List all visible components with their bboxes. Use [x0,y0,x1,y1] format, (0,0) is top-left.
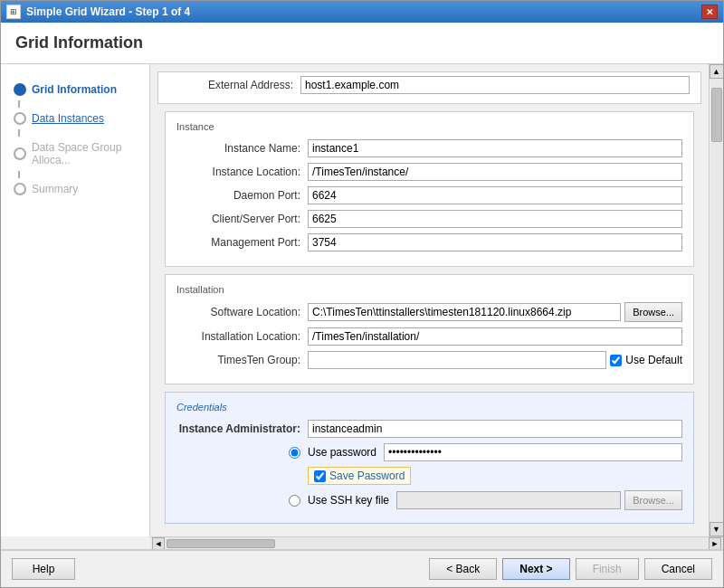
close-button[interactable]: ✕ [701,5,718,19]
installation-section-wrapper: Installation Software Location: Browse..… [157,274,701,384]
sidebar-dot-space [14,147,26,160]
instance-admin-row: Instance Administrator: [176,420,682,438]
software-location-row: Software Location: Browse... [176,302,682,322]
sidebar-item-data-instances[interactable]: Data Instances [6,108,144,129]
cs-port-input[interactable] [308,210,682,228]
main-content-wrapper: External Address: Instance Instance Name… [150,64,723,536]
footer-left: Help [12,558,75,580]
save-password-label: Save Password [329,469,405,482]
sidebar-dot-summary [14,183,26,195]
daemon-port-input[interactable] [308,186,682,204]
window-title: Simple Grid Wizard - Step 1 of 4 [26,5,190,18]
sidebar-label-instances: Data Instances [32,112,104,125]
partial-form: External Address: [157,71,701,104]
external-address-input[interactable] [300,76,690,94]
scroll-right-arrow[interactable]: ► [709,537,721,550]
scroll-track[interactable] [710,79,723,522]
mgmt-port-label: Management Port: [176,236,308,249]
page-title: Grid Information [15,33,709,52]
use-default-checkbox[interactable] [610,355,622,366]
sidebar-dot-instances [14,112,26,125]
software-location-label: Software Location: [176,306,308,318]
use-password-radio-wrapper [176,447,308,459]
mgmt-port-row: Management Port: [176,233,682,251]
scroll-down-arrow[interactable]: ▼ [710,522,724,536]
scroll-up-arrow[interactable]: ▲ [710,64,724,79]
instance-name-label: Instance Name: [176,142,308,155]
software-browse-button[interactable]: Browse... [624,302,682,322]
external-address-row: External Address: [169,76,690,94]
help-button[interactable]: Help [12,558,75,580]
sidebar-label-grid: Grid Information [32,83,117,96]
use-ssh-label: Use SSH key file [308,494,389,507]
instance-name-input[interactable] [308,139,682,157]
footer: Help < Back Next > Finish Cancel [1,549,723,587]
content-area: Grid Information Data Instances Data Spa… [1,64,723,536]
instance-name-row: Instance Name: [176,139,682,157]
timesten-group-input[interactable] [308,351,606,369]
hscroll-thumb[interactable] [167,539,275,548]
instance-location-row: Instance Location: [176,163,682,181]
scroll-area[interactable]: External Address: Instance Instance Name… [150,64,709,536]
credentials-section-wrapper: Credentials Instance Administrator: Use … [157,392,701,524]
external-address-label: External Address: [169,79,300,91]
ssh-key-input[interactable] [396,491,621,509]
main-window: ⊞ Simple Grid Wizard - Step 1 of 4 ✕ Gri… [0,0,724,588]
sidebar: Grid Information Data Instances Data Spa… [1,64,150,536]
instance-admin-input[interactable] [308,420,682,438]
daemon-port-row: Daemon Port: [176,186,682,204]
use-default-label: Use Default [625,354,682,366]
mgmt-port-input[interactable] [308,233,682,251]
instance-admin-label: Instance Administrator: [176,422,308,435]
cancel-button[interactable]: Cancel [644,558,712,580]
software-location-input[interactable] [308,303,621,321]
scroll-thumb[interactable] [711,88,722,142]
timesten-group-row: TimesTen Group: Use Default [176,351,682,369]
save-password-wrap: Save Password [308,467,411,485]
use-ssh-radio[interactable] [289,495,300,507]
sidebar-label-space: Data Space Group Alloca... [32,141,137,166]
instance-location-input[interactable] [308,163,682,181]
sidebar-dot-grid [14,83,26,96]
use-ssh-row: Use SSH key file Browse... [176,490,682,510]
sidebar-item-grid-information[interactable]: Grid Information [6,79,144,100]
ssh-browse-button[interactable]: Browse... [624,490,682,510]
instance-location-label: Instance Location: [176,166,308,178]
footer-right: < Back Next > Finish Cancel [429,558,712,580]
top-partial: External Address: [150,64,709,104]
installation-section: Installation Software Location: Browse..… [165,274,694,384]
vertical-scrollbar[interactable]: ▲ ▼ [709,64,723,536]
sidebar-item-summary: Summary [6,178,144,200]
password-input[interactable] [384,443,682,461]
app-icon: ⊞ [6,5,21,19]
use-password-label: Use password [308,446,376,459]
instance-section-title: Instance [176,121,682,132]
back-button[interactable]: < Back [429,558,497,580]
finish-button[interactable]: Finish [576,558,639,580]
sidebar-label-summary: Summary [32,183,78,195]
save-password-wrapper: Save Password [308,467,682,485]
installation-location-label: Installation Location: [176,330,308,343]
cs-port-row: Client/Server Port: [176,210,682,228]
title-bar: ⊞ Simple Grid Wizard - Step 1 of 4 ✕ [1,1,723,23]
sidebar-item-data-space: Data Space Group Alloca... [6,137,144,171]
installation-section-title: Installation [176,284,682,295]
use-password-row: Use password [176,443,682,461]
timesten-group-label: TimesTen Group: [176,354,308,366]
installation-location-row: Installation Location: [176,327,682,346]
cs-port-label: Client/Server Port: [176,213,308,225]
instance-section: Instance Instance Name: Instance Locatio… [165,111,694,267]
instance-section-wrapper: Instance Instance Name: Instance Locatio… [157,111,701,267]
credentials-section-title: Credentials [176,402,682,413]
horizontal-scrollbar[interactable]: ◄ ► [150,536,723,549]
credentials-section: Credentials Instance Administrator: Use … [165,392,694,524]
daemon-port-label: Daemon Port: [176,189,308,202]
use-ssh-radio-wrapper [176,495,308,507]
save-password-checkbox[interactable] [314,470,326,482]
installation-location-input[interactable] [308,327,682,346]
next-button[interactable]: Next > [502,558,569,580]
scroll-left-arrow[interactable]: ◄ [152,537,165,550]
use-default-wrapper: Use Default [610,354,682,366]
page-header: Grid Information [1,23,723,64]
use-password-radio[interactable] [289,447,300,459]
